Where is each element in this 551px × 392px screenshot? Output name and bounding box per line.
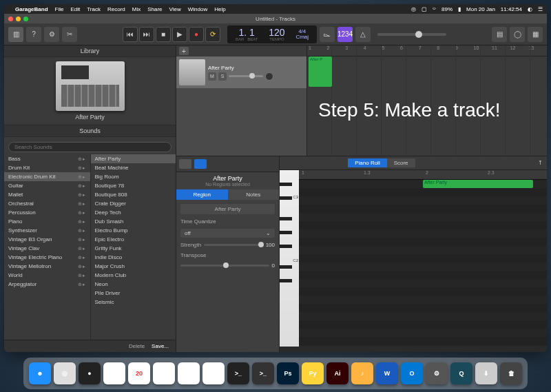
countin-button[interactable]: 1234 [337,27,353,42]
dock-chrome[interactable]: ◉ [153,362,175,384]
preset-item[interactable]: Major Crush [91,262,176,271]
tool-arrow[interactable] [179,159,191,169]
dock-word[interactable]: W [376,362,398,384]
category-item[interactable]: Vintage B3 Organ⊕ ▸ [4,235,90,244]
preset-item[interactable]: Dub Smash [91,217,176,226]
dock-finder[interactable]: ☻ [29,362,51,384]
dock-terminal2[interactable]: >_ [252,362,274,384]
dock-photos[interactable]: ✿ [202,362,225,384]
wifi-icon[interactable]: ⌔ [433,6,436,12]
play-button[interactable]: ▶ [172,27,187,42]
preset-item[interactable]: Indie Disco [91,253,176,262]
tool-draw[interactable] [194,159,207,169]
track-volume-slider[interactable] [229,75,263,77]
menu-app[interactable]: GarageBand [15,6,48,12]
preset-item[interactable]: Big Room [91,172,176,181]
category-item[interactable]: Mallet⊕ ▸ [4,190,90,199]
menu-mix[interactable]: Mix [132,6,141,12]
dock-terminal[interactable]: >_ [227,362,249,384]
dock-downloads[interactable]: ⬇ [475,362,497,384]
record-button[interactable]: ● [189,27,204,42]
delete-button[interactable]: Delete [129,343,145,349]
notepad-button[interactable]: ▤ [492,27,507,42]
solo-button[interactable]: S [218,72,227,81]
category-item[interactable]: Synthesizer⊕ ▸ [4,226,90,235]
category-item[interactable]: Orchestral⊕ ▸ [4,199,90,208]
tab-score[interactable]: Score [387,158,415,167]
category-item[interactable]: Drum Kit⊕ ▸ [4,163,90,172]
dock-safari[interactable]: ◎ [54,362,76,384]
preset-item[interactable]: After Party [91,154,176,163]
menu-date[interactable]: Mon 20 Jan [466,6,495,12]
dock-quicktime[interactable]: Q [450,362,472,384]
menu-track[interactable]: Track [87,6,101,12]
menu-view[interactable]: View [169,6,181,12]
preset-item[interactable]: Neon [91,280,176,289]
tab-notes[interactable]: Notes [228,189,280,200]
library-toggle[interactable]: ▥ [8,27,23,42]
catch-playhead-icon[interactable]: ⤒ [538,160,547,166]
lcd-display[interactable]: 1. 1BAR BEAT 120TEMPO 4/4Cmaj [227,25,317,43]
category-item[interactable]: Percussion⊕ ▸ [4,208,90,217]
region-name-field[interactable]: After Party [180,204,275,214]
metronome-button[interactable]: △ [355,27,371,42]
minimize-icon[interactable] [16,17,21,21]
dock-garageband[interactable]: ♪ [351,362,373,384]
category-item[interactable]: Piano⊕ ▸ [4,217,90,226]
dock-illustrator[interactable]: Ai [326,362,349,384]
dock-mail[interactable]: ✉ [103,362,125,384]
loops-button[interactable]: ◯ [510,27,525,42]
transpose-slider[interactable] [180,265,269,267]
preset-item[interactable]: Epic Electro [91,235,176,244]
dock-siri[interactable]: ● [79,362,101,384]
track-row[interactable]: After Party M S [176,56,306,88]
media-button[interactable]: ▦ [528,27,543,42]
quick-help-button[interactable]: ? [26,27,41,42]
editors-button[interactable]: ✂ [62,27,77,42]
menu-share[interactable]: Share [147,6,162,12]
menu-time[interactable]: 11:42:54 [501,6,522,12]
cycle-button[interactable]: ⟳ [205,27,220,42]
smart-controls-button[interactable]: ⚙ [44,27,59,42]
preset-item[interactable]: Beat Machine [91,163,176,172]
pan-knob[interactable] [265,72,273,81]
quantize-select[interactable]: off⌄ [180,229,275,238]
dock-outlook[interactable]: O [401,362,423,384]
dock-trash[interactable]: 🗑 [500,362,522,384]
add-track-button[interactable]: + [179,47,189,55]
menu-help[interactable]: Help [214,6,225,12]
piano-keys[interactable]: C3 C2 [280,170,299,347]
save-button[interactable]: Save... [152,343,169,349]
category-item[interactable]: World⊕ ▸ [4,271,90,280]
menu-window[interactable]: Window [188,6,207,12]
midi-region[interactable]: After P [309,56,332,87]
preset-item[interactable]: Modern Club [91,271,176,280]
dock-apps[interactable]: ⊞ [178,362,200,384]
strength-slider[interactable] [204,244,262,246]
dock-python[interactable]: Py [302,362,324,384]
menu-record[interactable]: Record [107,6,125,12]
tab-region[interactable]: Region [176,189,228,200]
menu-edit[interactable]: Edit [70,6,80,12]
editor-region[interactable]: After Party [423,180,533,188]
forward-button[interactable]: ⏭ [139,27,154,42]
category-item[interactable]: Arpeggiator⊕ ▸ [4,280,90,289]
category-item[interactable]: Vintage Clav⊕ ▸ [4,244,90,253]
notes-area[interactable]: 11.322.3 After Party [299,170,547,347]
preset-item[interactable]: Pile Driver [91,289,176,298]
zoom-icon[interactable] [23,17,28,21]
preset-item[interactable]: Deep Tech [91,208,176,217]
search-input[interactable] [8,142,171,152]
category-item[interactable]: Vintage Mellotron⊕ ▸ [4,262,90,271]
dock-settings[interactable]: ⚙ [426,362,448,384]
airplay-icon[interactable]: ▢ [422,6,427,12]
preset-column[interactable]: After PartyBeat MachineBig RoomBoutique … [90,154,176,340]
preset-item[interactable]: Boutique 808 [91,190,176,199]
dock-calendar[interactable]: 20 [128,362,150,384]
menu-file[interactable]: File [55,6,64,12]
category-item[interactable]: Bass⊕ ▸ [4,154,90,163]
stop-button[interactable]: ■ [156,27,171,42]
preset-item[interactable]: Electro Bump [91,226,176,235]
screencast-icon[interactable]: ◎ [411,6,416,12]
close-icon[interactable] [8,17,13,21]
